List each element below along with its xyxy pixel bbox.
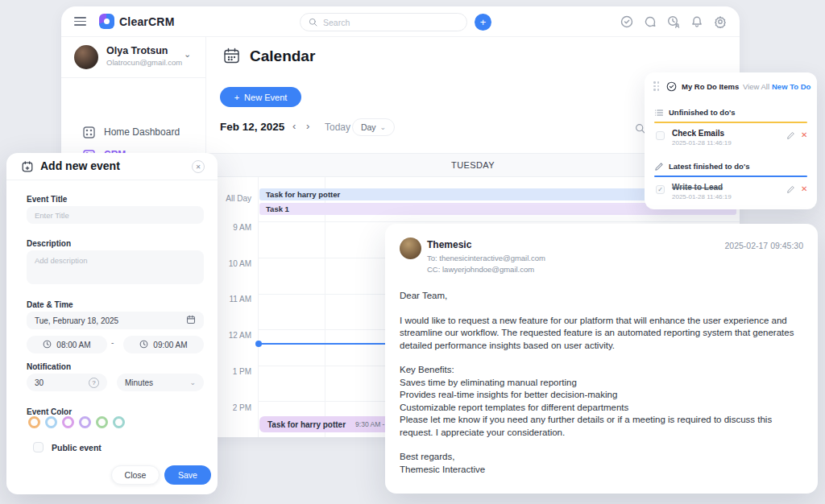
- finished-accent-line: [654, 176, 807, 177]
- chevron-down-icon[interactable]: ⌄: [184, 49, 191, 60]
- calendar-small-icon: [186, 315, 196, 326]
- close-icon[interactable]: ✕: [192, 160, 205, 173]
- todo-panel: My Ro Do Items View All New To Do Unfini…: [645, 72, 817, 209]
- timed-event-title: Task for harry potter: [267, 420, 346, 429]
- calendar-icon: [222, 47, 241, 65]
- todo-checkbox[interactable]: [656, 131, 665, 140]
- start-time-input[interactable]: 08:00 AM: [27, 336, 107, 353]
- drag-handle-icon[interactable]: [653, 81, 661, 91]
- save-button[interactable]: Save: [164, 465, 211, 485]
- public-event-checkbox[interactable]: [33, 442, 44, 452]
- close-button[interactable]: Close: [111, 465, 160, 485]
- email-benefit: Provides real-time insights for better d…: [400, 389, 804, 402]
- chat-icon[interactable]: [644, 15, 657, 28]
- user-name: Olya Trotsun: [106, 45, 168, 56]
- user-profile[interactable]: Olya Trotsun Olatrocun@gmail.com ⌄: [61, 37, 206, 77]
- new-event-button[interactable]: + New Event: [220, 87, 301, 107]
- email-paragraph: I would like to request a new feature fo…: [400, 315, 804, 353]
- email-timestamp: 2025-02-17 09:45:30: [725, 241, 804, 250]
- sender-avatar: [400, 238, 421, 259]
- help-question-icon[interactable]: ?: [89, 378, 99, 388]
- top-navbar: ClearCRM Search +: [61, 6, 740, 37]
- unfinished-accent-line: [654, 122, 807, 123]
- list-icon: [654, 106, 664, 121]
- tasks-done-icon[interactable]: [620, 15, 633, 28]
- email-regards: Best regards,: [400, 451, 804, 464]
- notification-unit-select[interactable]: Minutes ⌄: [117, 374, 204, 391]
- plus-icon: +: [234, 93, 239, 102]
- todo-checkbox-checked[interactable]: ✓: [656, 185, 665, 194]
- email-body: Dear Team, I would like to request a new…: [400, 290, 804, 476]
- logo-text: ClearCRM: [119, 15, 175, 28]
- view-mode-value: Day: [361, 122, 376, 132]
- todo-panel-title: My Ro Do Items: [682, 82, 739, 91]
- color-swatch[interactable]: [113, 416, 125, 428]
- new-todo-link[interactable]: New To Do: [772, 82, 810, 91]
- email-preview-panel: Themesic To: thenesicinteractive@gmail.c…: [385, 224, 818, 494]
- event-title-input[interactable]: [27, 206, 204, 224]
- delete-x-icon[interactable]: ✕: [801, 184, 807, 193]
- settings-gear-icon[interactable]: [714, 15, 727, 28]
- date-value: Tue, February 18, 2025: [35, 316, 118, 325]
- todo-item-title: Check Emails: [672, 129, 724, 138]
- datetime-label: Date & Time: [27, 300, 73, 309]
- email-closing: Please let me know if you need any furth…: [400, 414, 804, 439]
- search-placeholder: Search: [323, 18, 350, 27]
- color-swatch[interactable]: [96, 416, 108, 428]
- app-logo[interactable]: ClearCRM: [99, 14, 175, 29]
- sidebar-item-label: Home Dashboard: [104, 126, 180, 138]
- description-input[interactable]: [27, 250, 204, 284]
- clock-icon: [139, 340, 148, 350]
- email-benefit: Saves time by eliminating manual reporti…: [400, 377, 804, 390]
- clock-icon: [43, 340, 52, 350]
- date-input[interactable]: Tue, February 18, 2025: [27, 312, 204, 329]
- color-swatch[interactable]: [45, 416, 57, 428]
- next-day-button[interactable]: ›: [306, 120, 309, 132]
- search-input[interactable]: Search: [300, 13, 467, 31]
- notifications-bell-icon[interactable]: [690, 15, 703, 28]
- user-email: Olatrocun@gmail.com: [106, 58, 182, 67]
- event-title-label: Event Title: [27, 195, 67, 204]
- color-swatch[interactable]: [28, 416, 40, 428]
- color-swatches: [28, 416, 125, 428]
- description-label: Description: [27, 239, 71, 248]
- end-time-input[interactable]: 09:00 AM: [123, 336, 204, 353]
- search-icon: [309, 15, 317, 30]
- view-mode-select[interactable]: Day ⌄: [352, 118, 395, 136]
- sidebar-item-home-dashboard[interactable]: Home Dashboard: [61, 121, 206, 143]
- day-name: TUESDAY: [451, 160, 495, 170]
- start-time-value: 08:00 AM: [56, 341, 90, 349]
- end-time-value: 09:00 AM: [153, 341, 187, 349]
- user-avatar: [74, 45, 98, 69]
- quick-add-button[interactable]: +: [475, 14, 491, 31]
- event-color-label: Event Color: [27, 407, 72, 416]
- activity-history-icon[interactable]: [667, 15, 680, 28]
- email-greeting: Dear Team,: [400, 290, 804, 303]
- delete-x-icon[interactable]: ✕: [801, 130, 807, 139]
- modal-title: Add new event: [40, 159, 120, 172]
- prev-day-button[interactable]: ‹: [292, 120, 296, 132]
- notification-label: Notification: [27, 362, 71, 371]
- email-signature: Themesic Interactive: [400, 464, 804, 477]
- todo-item-timestamp: 2025-01-28 11:46:19: [672, 139, 732, 147]
- notification-value-input[interactable]: 30 ?: [27, 374, 107, 391]
- view-all-link[interactable]: View All: [743, 82, 769, 91]
- color-swatch[interactable]: [62, 416, 74, 428]
- hamburger-menu-icon[interactable]: [74, 17, 86, 26]
- notification-unit: Minutes: [125, 378, 153, 387]
- add-event-modal: Add new event ✕ Event Title Description …: [6, 153, 218, 494]
- todo-check-circle-icon: [666, 81, 677, 95]
- edit-pencil-icon[interactable]: [786, 185, 795, 196]
- email-to: To: thenesicinteractive@gmail.com: [427, 254, 545, 262]
- grid-vline: [258, 177, 259, 437]
- current-date-label: Feb 12, 2025: [220, 121, 284, 133]
- unfinished-section-label: Unfinished to do's: [669, 108, 735, 117]
- todo-item-timestamp: 2025-01-28 11:46:19: [672, 193, 732, 200]
- color-swatch[interactable]: [79, 416, 91, 428]
- chevron-down-icon: ⌄: [189, 378, 196, 386]
- divider: [61, 77, 206, 78]
- today-button[interactable]: Today: [325, 122, 350, 133]
- modal-header: Add new event ✕: [6, 153, 218, 180]
- edit-pencil-icon[interactable]: [786, 131, 795, 142]
- finished-section-label: Latest finished to do's: [669, 162, 749, 171]
